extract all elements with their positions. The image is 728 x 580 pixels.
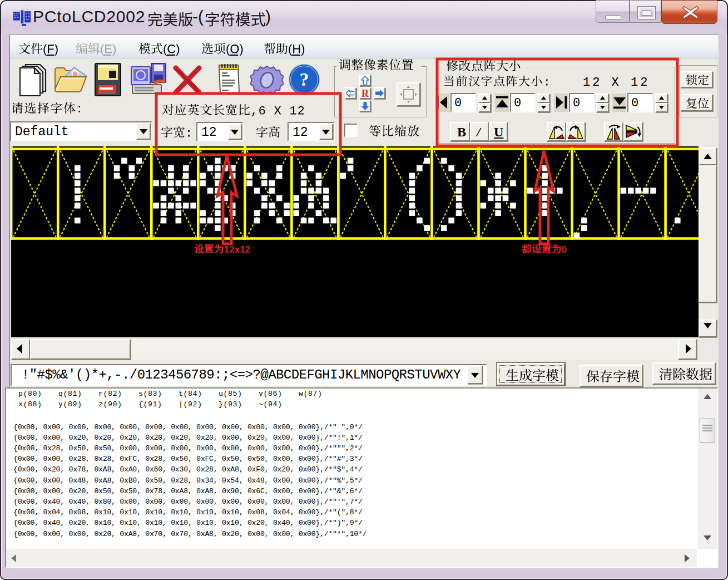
svg-text:?: ? <box>300 69 309 90</box>
